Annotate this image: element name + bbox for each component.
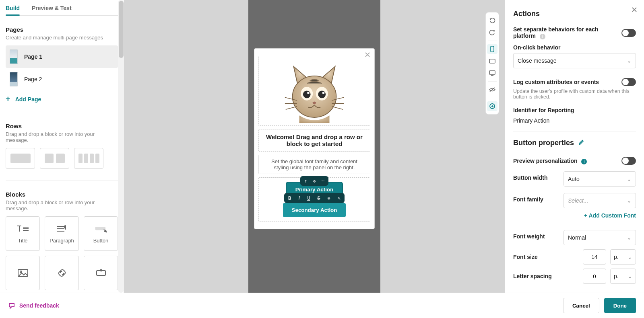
pages-title: Pages bbox=[6, 26, 118, 33]
device-tablet-button[interactable] bbox=[487, 56, 497, 66]
block-title[interactable]: Title bbox=[6, 216, 40, 251]
device-phone-button[interactable] bbox=[487, 44, 497, 54]
send-feedback-link[interactable]: Send feedback bbox=[8, 302, 59, 309]
cancel-button[interactable]: Cancel bbox=[563, 298, 599, 313]
divider bbox=[6, 180, 118, 181]
headline-block[interactable]: Welcome! Drag and drop a row or block to… bbox=[258, 129, 370, 152]
page-item-1[interactable]: Page 1 bbox=[6, 45, 118, 68]
actions-title: Actions bbox=[513, 10, 636, 18]
chevron-down-icon: ⌄ bbox=[627, 254, 632, 260]
more-icon[interactable]: ⋯ bbox=[322, 178, 324, 184]
device-rail bbox=[485, 12, 499, 115]
underline-icon[interactable]: U bbox=[307, 195, 310, 201]
divider bbox=[6, 112, 118, 112]
divider bbox=[513, 131, 636, 131]
chevron-down-icon: ⌄ bbox=[627, 234, 632, 241]
undo-button[interactable] bbox=[487, 16, 497, 25]
unit-value: p. bbox=[614, 254, 619, 260]
font-weight-label: Font weight bbox=[513, 233, 556, 240]
feedback-icon bbox=[8, 302, 15, 309]
page-item-label: Page 2 bbox=[24, 76, 42, 82]
canvas[interactable]: Welcome! Drag and drop a row or block to… bbox=[124, 0, 505, 293]
edit-icon[interactable] bbox=[578, 139, 584, 147]
block-link[interactable] bbox=[45, 256, 79, 290]
svg-rect-12 bbox=[489, 59, 495, 63]
primary-button-wrap: ↑ ✥ ⋯ Primary Action B I U S ⊕ ✎ bbox=[261, 183, 367, 197]
in-app-message-card[interactable]: Welcome! Drag and drop a row or block to… bbox=[254, 48, 375, 229]
block-button[interactable]: Button bbox=[84, 216, 118, 251]
add-device-button[interactable] bbox=[487, 101, 497, 111]
font-size-unit-select[interactable]: p. ⌄ bbox=[610, 249, 636, 265]
button-icon bbox=[94, 224, 108, 234]
block-paragraph[interactable]: Paragraph bbox=[45, 216, 79, 251]
unit-value: p. bbox=[614, 273, 619, 279]
bold-icon[interactable]: B bbox=[288, 195, 291, 201]
letter-spacing-unit-select[interactable]: p. ⌄ bbox=[610, 269, 636, 284]
selection-toolbar-top: ↑ ✥ ⋯ bbox=[300, 176, 328, 186]
add-custom-font-link[interactable]: + Add Custom Font bbox=[513, 212, 636, 219]
image-block[interactable] bbox=[258, 56, 370, 126]
row-4col[interactable] bbox=[74, 148, 103, 169]
device-desktop-button[interactable] bbox=[487, 68, 497, 78]
preview-pers-label: Preview personalization bbox=[513, 158, 578, 164]
identifier-value: Primary Action bbox=[513, 117, 636, 124]
left-sidebar: Build Preview & Test Pages Create and ma… bbox=[0, 0, 124, 293]
preview-pers-toggle[interactable] bbox=[621, 157, 636, 165]
page-thumb-icon bbox=[10, 49, 18, 64]
page-thumb-icon bbox=[10, 72, 18, 86]
info-icon[interactable]: i bbox=[540, 34, 545, 39]
page-item-2[interactable]: Page 2 bbox=[6, 68, 118, 90]
tab-build[interactable]: Build bbox=[6, 5, 20, 15]
drag-icon[interactable]: ✥ bbox=[313, 178, 316, 184]
block-image[interactable] bbox=[6, 256, 40, 290]
visibility-button[interactable] bbox=[487, 85, 497, 94]
blocks-hint: Drag and drop a block or row into your m… bbox=[6, 199, 118, 211]
add-page-label: Add Page bbox=[15, 96, 41, 103]
button-properties-title: Button properties bbox=[513, 139, 574, 147]
block-label: Title bbox=[18, 238, 27, 244]
sidebar-tabs: Build Preview & Test bbox=[6, 0, 118, 16]
font-size-input[interactable] bbox=[583, 249, 606, 265]
font-weight-select[interactable]: Normal ⌄ bbox=[564, 230, 636, 245]
block-spacer[interactable] bbox=[84, 256, 118, 290]
move-up-icon[interactable]: ↑ bbox=[304, 178, 307, 184]
close-inspector-button[interactable] bbox=[631, 6, 638, 14]
log-toggle[interactable] bbox=[621, 78, 636, 86]
pages-hint: Create and manage multi-page messages bbox=[6, 35, 118, 41]
strike-icon[interactable]: S bbox=[317, 195, 320, 201]
button-width-label: Button width bbox=[513, 174, 556, 181]
separate-behaviors-label: Set separate behaviors for each platform bbox=[513, 26, 599, 39]
chevron-down-icon: ⌄ bbox=[627, 273, 632, 279]
button-width-select[interactable]: Auto ⌄ bbox=[564, 171, 636, 187]
feedback-label: Send feedback bbox=[19, 302, 59, 309]
divider bbox=[488, 81, 497, 82]
log-hint: Update the user's profile with custom da… bbox=[513, 88, 636, 100]
add-icon[interactable]: ⊕ bbox=[328, 195, 330, 201]
italic-icon[interactable]: I bbox=[298, 195, 300, 201]
onclick-select[interactable]: Close message ⌄ bbox=[513, 53, 636, 68]
add-page-button[interactable]: + Add Page bbox=[6, 94, 118, 104]
done-button[interactable]: Done bbox=[604, 298, 636, 313]
svg-rect-11 bbox=[491, 46, 494, 52]
close-icon[interactable] bbox=[364, 51, 371, 59]
svg-point-7 bbox=[303, 90, 311, 98]
tab-preview-test[interactable]: Preview & Test bbox=[32, 5, 72, 15]
row-1col[interactable] bbox=[6, 148, 35, 169]
blocks-grid: Title Paragraph Button bbox=[6, 216, 118, 290]
inspector-panel: Actions Set separate behaviors for each … bbox=[505, 0, 644, 293]
preview-pers-row: Preview personalization i bbox=[513, 157, 636, 165]
separate-behaviors-toggle[interactable] bbox=[621, 29, 636, 37]
row-2col[interactable] bbox=[40, 148, 69, 169]
scrollbar-thumb[interactable] bbox=[119, 1, 124, 58]
letter-spacing-input[interactable] bbox=[583, 269, 606, 284]
redo-button[interactable] bbox=[487, 28, 497, 37]
info-icon[interactable]: i bbox=[581, 159, 587, 164]
block-label: Button bbox=[93, 238, 109, 244]
font-family-select[interactable]: Select... ⌄ bbox=[564, 193, 636, 208]
svg-point-2 bbox=[20, 271, 22, 273]
chevron-down-icon: ⌄ bbox=[627, 197, 632, 204]
magic-icon[interactable]: ✎ bbox=[338, 195, 341, 201]
paragraph-block[interactable]: Set the global font family and content s… bbox=[258, 155, 370, 174]
buttons-row[interactable]: ↑ ✥ ⋯ Primary Action B I U S ⊕ ✎ bbox=[258, 177, 370, 222]
secondary-action-button[interactable]: Secondary Action bbox=[283, 203, 346, 217]
